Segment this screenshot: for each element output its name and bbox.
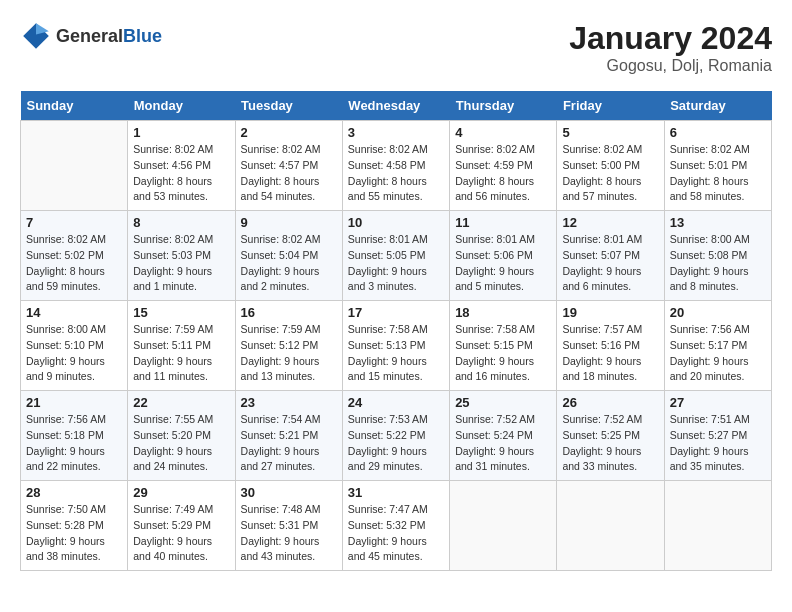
day-info: Sunrise: 7:58 AMSunset: 5:15 PMDaylight:…: [455, 322, 551, 385]
day-number: 8: [133, 215, 229, 230]
table-row: 28Sunrise: 7:50 AMSunset: 5:28 PMDayligh…: [21, 481, 128, 571]
day-info: Sunrise: 8:00 AMSunset: 5:08 PMDaylight:…: [670, 232, 766, 295]
day-info: Sunrise: 7:52 AMSunset: 5:24 PMDaylight:…: [455, 412, 551, 475]
day-number: 13: [670, 215, 766, 230]
day-number: 9: [241, 215, 337, 230]
day-info: Sunrise: 7:57 AMSunset: 5:16 PMDaylight:…: [562, 322, 658, 385]
table-row: [21, 121, 128, 211]
day-number: 1: [133, 125, 229, 140]
day-number: 3: [348, 125, 444, 140]
table-row: 4Sunrise: 8:02 AMSunset: 4:59 PMDaylight…: [450, 121, 557, 211]
week-row-4: 21Sunrise: 7:56 AMSunset: 5:18 PMDayligh…: [21, 391, 772, 481]
day-info: Sunrise: 8:01 AMSunset: 5:05 PMDaylight:…: [348, 232, 444, 295]
table-row: 26Sunrise: 7:52 AMSunset: 5:25 PMDayligh…: [557, 391, 664, 481]
day-number: 11: [455, 215, 551, 230]
day-info: Sunrise: 8:00 AMSunset: 5:10 PMDaylight:…: [26, 322, 122, 385]
day-info: Sunrise: 7:56 AMSunset: 5:17 PMDaylight:…: [670, 322, 766, 385]
logo-text: GeneralBlue: [56, 26, 162, 47]
day-number: 30: [241, 485, 337, 500]
table-row: [450, 481, 557, 571]
day-number: 18: [455, 305, 551, 320]
day-info: Sunrise: 7:59 AMSunset: 5:12 PMDaylight:…: [241, 322, 337, 385]
table-row: [664, 481, 771, 571]
day-number: 28: [26, 485, 122, 500]
day-number: 15: [133, 305, 229, 320]
table-row: 16Sunrise: 7:59 AMSunset: 5:12 PMDayligh…: [235, 301, 342, 391]
weekday-header-row: SundayMondayTuesdayWednesdayThursdayFrid…: [21, 91, 772, 121]
day-number: 23: [241, 395, 337, 410]
day-info: Sunrise: 7:49 AMSunset: 5:29 PMDaylight:…: [133, 502, 229, 565]
day-number: 20: [670, 305, 766, 320]
day-info: Sunrise: 7:47 AMSunset: 5:32 PMDaylight:…: [348, 502, 444, 565]
table-row: 7Sunrise: 8:02 AMSunset: 5:02 PMDaylight…: [21, 211, 128, 301]
day-info: Sunrise: 8:02 AMSunset: 5:04 PMDaylight:…: [241, 232, 337, 295]
day-number: 14: [26, 305, 122, 320]
week-row-5: 28Sunrise: 7:50 AMSunset: 5:28 PMDayligh…: [21, 481, 772, 571]
day-info: Sunrise: 8:02 AMSunset: 4:56 PMDaylight:…: [133, 142, 229, 205]
table-row: [557, 481, 664, 571]
calendar-table: SundayMondayTuesdayWednesdayThursdayFrid…: [20, 91, 772, 571]
day-number: 26: [562, 395, 658, 410]
day-info: Sunrise: 8:02 AMSunset: 5:00 PMDaylight:…: [562, 142, 658, 205]
table-row: 1Sunrise: 8:02 AMSunset: 4:56 PMDaylight…: [128, 121, 235, 211]
day-info: Sunrise: 7:48 AMSunset: 5:31 PMDaylight:…: [241, 502, 337, 565]
table-row: 23Sunrise: 7:54 AMSunset: 5:21 PMDayligh…: [235, 391, 342, 481]
header-sunday: Sunday: [21, 91, 128, 121]
week-row-1: 1Sunrise: 8:02 AMSunset: 4:56 PMDaylight…: [21, 121, 772, 211]
day-info: Sunrise: 8:02 AMSunset: 5:02 PMDaylight:…: [26, 232, 122, 295]
logo-general: General: [56, 26, 123, 46]
day-number: 27: [670, 395, 766, 410]
day-info: Sunrise: 7:52 AMSunset: 5:25 PMDaylight:…: [562, 412, 658, 475]
week-row-3: 14Sunrise: 8:00 AMSunset: 5:10 PMDayligh…: [21, 301, 772, 391]
title-block: January 2024 Gogosu, Dolj, Romania: [569, 20, 772, 75]
day-info: Sunrise: 8:02 AMSunset: 4:58 PMDaylight:…: [348, 142, 444, 205]
location-subtitle: Gogosu, Dolj, Romania: [569, 57, 772, 75]
day-number: 16: [241, 305, 337, 320]
table-row: 9Sunrise: 8:02 AMSunset: 5:04 PMDaylight…: [235, 211, 342, 301]
table-row: 6Sunrise: 8:02 AMSunset: 5:01 PMDaylight…: [664, 121, 771, 211]
day-number: 10: [348, 215, 444, 230]
header-friday: Friday: [557, 91, 664, 121]
day-number: 22: [133, 395, 229, 410]
day-number: 6: [670, 125, 766, 140]
day-number: 4: [455, 125, 551, 140]
day-info: Sunrise: 7:54 AMSunset: 5:21 PMDaylight:…: [241, 412, 337, 475]
day-info: Sunrise: 8:02 AMSunset: 4:57 PMDaylight:…: [241, 142, 337, 205]
day-number: 2: [241, 125, 337, 140]
day-number: 7: [26, 215, 122, 230]
day-info: Sunrise: 8:01 AMSunset: 5:07 PMDaylight:…: [562, 232, 658, 295]
table-row: 29Sunrise: 7:49 AMSunset: 5:29 PMDayligh…: [128, 481, 235, 571]
table-row: 13Sunrise: 8:00 AMSunset: 5:08 PMDayligh…: [664, 211, 771, 301]
table-row: 17Sunrise: 7:58 AMSunset: 5:13 PMDayligh…: [342, 301, 449, 391]
logo: GeneralBlue: [20, 20, 162, 52]
header-thursday: Thursday: [450, 91, 557, 121]
logo-icon: [20, 20, 52, 52]
table-row: 12Sunrise: 8:01 AMSunset: 5:07 PMDayligh…: [557, 211, 664, 301]
table-row: 11Sunrise: 8:01 AMSunset: 5:06 PMDayligh…: [450, 211, 557, 301]
page-header: GeneralBlue January 2024 Gogosu, Dolj, R…: [20, 20, 772, 75]
day-number: 29: [133, 485, 229, 500]
day-number: 21: [26, 395, 122, 410]
month-year-title: January 2024: [569, 20, 772, 57]
logo-blue: Blue: [123, 26, 162, 46]
day-info: Sunrise: 7:58 AMSunset: 5:13 PMDaylight:…: [348, 322, 444, 385]
svg-marker-1: [36, 23, 49, 34]
day-info: Sunrise: 7:56 AMSunset: 5:18 PMDaylight:…: [26, 412, 122, 475]
day-number: 5: [562, 125, 658, 140]
table-row: 10Sunrise: 8:01 AMSunset: 5:05 PMDayligh…: [342, 211, 449, 301]
day-info: Sunrise: 7:53 AMSunset: 5:22 PMDaylight:…: [348, 412, 444, 475]
day-info: Sunrise: 8:02 AMSunset: 5:01 PMDaylight:…: [670, 142, 766, 205]
table-row: 14Sunrise: 8:00 AMSunset: 5:10 PMDayligh…: [21, 301, 128, 391]
table-row: 5Sunrise: 8:02 AMSunset: 5:00 PMDaylight…: [557, 121, 664, 211]
header-monday: Monday: [128, 91, 235, 121]
day-number: 31: [348, 485, 444, 500]
day-info: Sunrise: 8:01 AMSunset: 5:06 PMDaylight:…: [455, 232, 551, 295]
table-row: 19Sunrise: 7:57 AMSunset: 5:16 PMDayligh…: [557, 301, 664, 391]
day-number: 19: [562, 305, 658, 320]
table-row: 18Sunrise: 7:58 AMSunset: 5:15 PMDayligh…: [450, 301, 557, 391]
table-row: 15Sunrise: 7:59 AMSunset: 5:11 PMDayligh…: [128, 301, 235, 391]
table-row: 21Sunrise: 7:56 AMSunset: 5:18 PMDayligh…: [21, 391, 128, 481]
day-info: Sunrise: 7:51 AMSunset: 5:27 PMDaylight:…: [670, 412, 766, 475]
header-saturday: Saturday: [664, 91, 771, 121]
week-row-2: 7Sunrise: 8:02 AMSunset: 5:02 PMDaylight…: [21, 211, 772, 301]
